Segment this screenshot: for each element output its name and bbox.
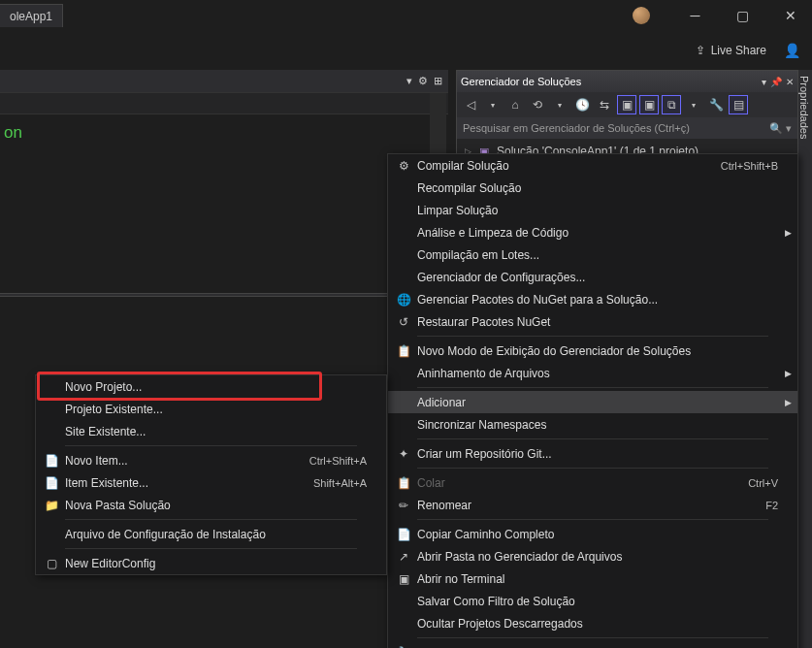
nest-icon[interactable]: ⧉ bbox=[662, 95, 681, 114]
wrench-icon[interactable]: 🔧 bbox=[706, 95, 726, 114]
minimize-icon: ─ bbox=[691, 8, 700, 23]
gear-icon[interactable]: ⚙ bbox=[418, 75, 428, 87]
search-placeholder: Pesquisar em Gerenciador de Soluções (Ct… bbox=[463, 122, 690, 134]
ctx-item-icon: 📄 bbox=[392, 528, 415, 541]
user-avatar[interactable] bbox=[633, 7, 650, 24]
show-all-icon[interactable]: ▣ bbox=[617, 95, 636, 114]
add-separator bbox=[65, 548, 357, 549]
ctx-item-0[interactable]: ⚙Compilar SoluçãoCtrl+Shift+B bbox=[388, 154, 797, 177]
ctx-item-13[interactable]: Sincronizar Namespaces bbox=[388, 413, 797, 436]
add-item-label: Projeto Existente... bbox=[63, 403, 367, 416]
minimize-button[interactable]: ─ bbox=[673, 0, 717, 31]
ctx-item-icon: 📋 bbox=[392, 344, 415, 358]
add-item-label: Novo Item... bbox=[63, 454, 280, 468]
ctx-item-3[interactable]: Análise e Limpeza de Código▶ bbox=[388, 221, 797, 243]
add-separator bbox=[65, 445, 357, 446]
titlebar-right: ─ ▢ ✕ bbox=[633, 0, 812, 31]
ctx-item-2[interactable]: Limpar Solução bbox=[388, 199, 797, 221]
add-separator bbox=[65, 519, 357, 520]
ctx-item-label: Adicionar bbox=[415, 396, 778, 409]
ctx-item-23[interactable]: Salvar Como Filtro de Solução bbox=[388, 590, 797, 612]
editor-splitter[interactable] bbox=[0, 293, 448, 297]
live-share-button[interactable]: ⇪ Live Share bbox=[696, 44, 766, 57]
add-item-8[interactable]: Arquivo de Configuração de Instalação bbox=[36, 523, 386, 545]
ctx-item-4[interactable]: Compilação em Lotes... bbox=[388, 243, 797, 266]
ctx-separator bbox=[417, 468, 768, 469]
ctx-item-6[interactable]: 🌐Gerenciar Pacotes do NuGet para a Soluç… bbox=[388, 288, 797, 310]
panel-toolbar: ◁ ▾ ⌂ ⟲ ▾ 🕓 ⇆ ▣ ▣ ⧉ ▾ 🔧 ▤ bbox=[457, 92, 797, 117]
ctx-item-icon: ↺ bbox=[392, 315, 415, 329]
ctx-item-10[interactable]: Aninhamento de Arquivos▶ bbox=[388, 362, 797, 384]
ctx-item-accel: Ctrl+Shift+B bbox=[721, 160, 778, 172]
dropdown-icon-3[interactable]: ▾ bbox=[684, 95, 703, 114]
ctx-item-5[interactable]: Gerenciador de Configurações... bbox=[388, 266, 797, 288]
submenu-arrow-icon: ▶ bbox=[785, 398, 792, 407]
ctx-item-label: Compilar Solução bbox=[415, 159, 692, 173]
close-button[interactable]: ✕ bbox=[768, 0, 812, 31]
add-item-6[interactable]: 📁Nova Pasta Solução bbox=[36, 494, 386, 516]
home-icon[interactable]: ⌂ bbox=[505, 95, 525, 114]
submenu-arrow-icon: ▶ bbox=[785, 228, 792, 238]
maximize-button[interactable]: ▢ bbox=[721, 0, 764, 31]
pin-icon[interactable]: 📌 bbox=[770, 77, 782, 87]
panel-header[interactable]: Gerenciador de Soluções ▾ 📌 ✕ bbox=[457, 71, 797, 92]
add-item-label: Item Existente... bbox=[63, 476, 284, 490]
ctx-item-label: Novo Modo de Exibição do Gerenciador de … bbox=[415, 344, 778, 358]
ctx-item-24[interactable]: Ocultar Projetos Descarregados bbox=[388, 612, 797, 634]
ctx-item-15[interactable]: ✦Criar um Repositório Git... bbox=[388, 442, 797, 465]
view-icon[interactable]: ▤ bbox=[729, 95, 748, 114]
ctx-item-9[interactable]: 📋Novo Modo de Exibição do Gerenciador de… bbox=[388, 340, 797, 362]
top-toolbar: ⇪ Live Share 👤 bbox=[0, 31, 812, 70]
properties-side-tab[interactable]: Propriedades bbox=[798, 70, 812, 648]
ctx-item-18[interactable]: ✏RenomearF2 bbox=[388, 494, 797, 516]
panel-menu-icon[interactable]: ▾ bbox=[762, 77, 766, 87]
back-icon[interactable]: ◁ bbox=[461, 95, 480, 114]
code-surface[interactable]: on bbox=[0, 114, 448, 150]
ctx-item-icon: ↗ bbox=[392, 550, 415, 564]
preview-icon[interactable]: ▣ bbox=[639, 95, 659, 114]
add-item-5[interactable]: 📄Item Existente...Shift+Alt+A bbox=[36, 471, 386, 494]
add-item-1[interactable]: Projeto Existente... bbox=[36, 398, 386, 420]
solution-context-menu: ⚙Compilar SoluçãoCtrl+Shift+BRecompilar … bbox=[387, 153, 798, 648]
add-item-accel: Shift+Alt+A bbox=[313, 477, 367, 489]
feedback-icon[interactable]: 👤 bbox=[784, 43, 800, 58]
maximize-icon: ▢ bbox=[736, 8, 749, 23]
ctx-separator bbox=[417, 519, 768, 520]
close-icon: ✕ bbox=[785, 8, 796, 23]
pending-icon[interactable]: 🕓 bbox=[572, 95, 592, 114]
ctx-item-accel: Ctrl+V bbox=[748, 477, 778, 489]
ctx-item-icon: ✦ bbox=[392, 447, 415, 461]
add-item-2[interactable]: Site Existente... bbox=[36, 420, 386, 442]
ctx-item-26[interactable]: 🔧PropriedadesAlt+Enter bbox=[388, 641, 797, 648]
navigation-bar[interactable] bbox=[0, 93, 448, 114]
add-item-icon: ▢ bbox=[40, 557, 63, 570]
add-item-10[interactable]: ▢New EditorConfig bbox=[36, 552, 386, 574]
ctx-item-22[interactable]: ▣Abrir no Terminal bbox=[388, 567, 797, 590]
ctx-item-label: Aninhamento de Arquivos bbox=[415, 367, 778, 380]
add-item-icon: 📄 bbox=[40, 454, 63, 468]
ctx-item-20[interactable]: 📄Copiar Caminho Completo bbox=[388, 523, 797, 545]
dropdown-icon[interactable]: ▾ bbox=[483, 95, 503, 114]
ctx-item-label: Análise e Limpeza de Código bbox=[415, 226, 778, 240]
app-document-tab[interactable]: oleApp1 bbox=[0, 4, 63, 27]
ctx-item-label: Copiar Caminho Completo bbox=[415, 528, 778, 541]
collapse-icon[interactable]: ⇆ bbox=[595, 95, 614, 114]
ctx-item-21[interactable]: ↗Abrir Pasta no Gerenciador de Arquivos bbox=[388, 545, 797, 567]
ctx-item-1[interactable]: Recompilar Solução bbox=[388, 177, 797, 199]
ctx-item-icon: ⚙ bbox=[392, 159, 415, 173]
ctx-item-label: Recompilar Solução bbox=[415, 181, 778, 195]
ctx-item-label: Gerenciador de Configurações... bbox=[415, 271, 778, 284]
add-submenu: Novo Projeto...Projeto Existente...Site … bbox=[35, 374, 387, 575]
add-item-4[interactable]: 📄Novo Item...Ctrl+Shift+A bbox=[36, 449, 386, 471]
editor-dropdown-icon[interactable]: ▾ bbox=[406, 75, 412, 87]
panel-close-icon[interactable]: ✕ bbox=[786, 77, 794, 87]
split-icon[interactable]: ⊞ bbox=[434, 75, 442, 87]
ctx-item-12[interactable]: Adicionar▶ bbox=[388, 391, 797, 413]
sync-icon[interactable]: ⟲ bbox=[528, 95, 547, 114]
ctx-item-accel: F2 bbox=[765, 500, 778, 511]
add-item-0[interactable]: Novo Projeto... bbox=[36, 375, 386, 398]
search-input[interactable]: Pesquisar em Gerenciador de Soluções (Ct… bbox=[457, 117, 797, 139]
ctx-item-label: Limpar Solução bbox=[415, 204, 778, 217]
dropdown-icon-2[interactable]: ▾ bbox=[550, 95, 569, 114]
ctx-item-7[interactable]: ↺Restaurar Pacotes NuGet bbox=[388, 310, 797, 333]
